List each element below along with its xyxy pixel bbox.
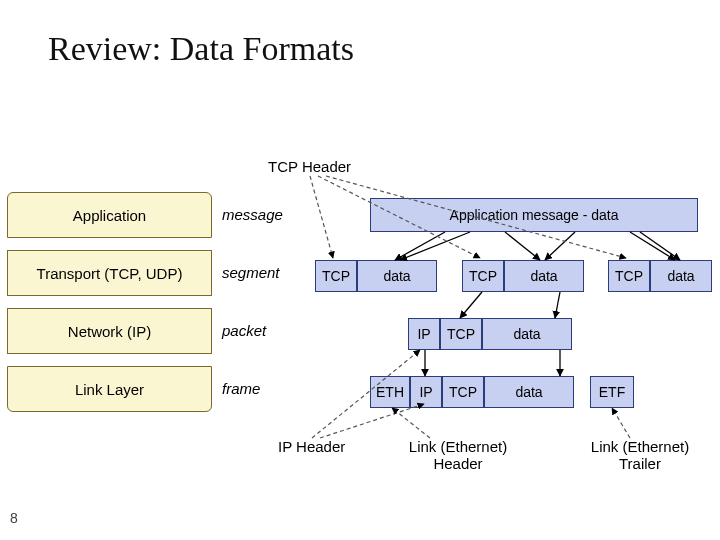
layer-application: Application [7,192,212,238]
svg-line-1 [505,232,540,260]
layer-transport: Transport (TCP, UDP) [7,250,212,296]
cell-text: TCP [322,268,350,284]
cell-text: TCP [449,384,477,400]
cell-text: data [530,268,557,284]
cell-tcp-2: TCP [462,260,504,292]
cell-tcp-3: TCP [608,260,650,292]
annot-ip-header: IP Header [278,438,345,455]
cell-text: TCP [469,268,497,284]
cell-ip-1: IP [408,318,440,350]
cell-data-l: data [484,376,574,408]
cell-tcp-l: TCP [442,376,484,408]
layer-label: Application [73,207,146,224]
cell-data-3: data [650,260,712,292]
layer-link: Link Layer [7,366,212,412]
annot-tcp-header: TCP Header [268,158,351,175]
svg-line-10 [310,176,333,258]
layer-network: Network (IP) [7,308,212,354]
cell-text: Application message - data [450,207,619,223]
cell-eth: ETH [370,376,410,408]
svg-line-5 [630,232,675,260]
cell-text: IP [417,326,430,342]
cell-text: IP [419,384,432,400]
cell-text: ETF [599,384,625,400]
cell-etf: ETF [590,376,634,408]
cell-text: ETH [376,384,404,400]
layer-label: Link Layer [75,381,144,398]
unit-frame: frame [222,380,260,397]
cell-tcp-n: TCP [440,318,482,350]
unit-segment: segment [222,264,280,281]
svg-line-6 [460,292,482,318]
svg-line-0 [395,232,445,260]
cell-data-1: data [357,260,437,292]
svg-line-2 [545,232,575,260]
annot-link-trailer: Link (Ethernet) Trailer [570,438,710,472]
cell-app-msg-data: Application message - data [370,198,698,232]
unit-message: message [222,206,283,223]
layer-label: Network (IP) [68,323,151,340]
svg-line-15 [392,408,430,438]
cell-ip-l: IP [410,376,442,408]
cell-text: data [383,268,410,284]
layer-label: Transport (TCP, UDP) [37,265,183,282]
annot-link-header: Link (Ethernet) Header [388,438,528,472]
cell-text: data [513,326,540,342]
slide-title: Review: Data Formats [48,30,354,68]
svg-line-4 [400,232,470,260]
cell-data-n: data [482,318,572,350]
unit-packet: packet [222,322,266,339]
slide-number: 8 [10,510,18,526]
svg-line-16 [612,408,630,438]
cell-data-2: data [504,260,584,292]
cell-text: TCP [615,268,643,284]
svg-line-3 [640,232,680,260]
cell-text: data [667,268,694,284]
cell-tcp-1: TCP [315,260,357,292]
svg-line-7 [555,292,560,318]
cell-text: data [515,384,542,400]
svg-line-14 [320,404,424,438]
cell-text: TCP [447,326,475,342]
